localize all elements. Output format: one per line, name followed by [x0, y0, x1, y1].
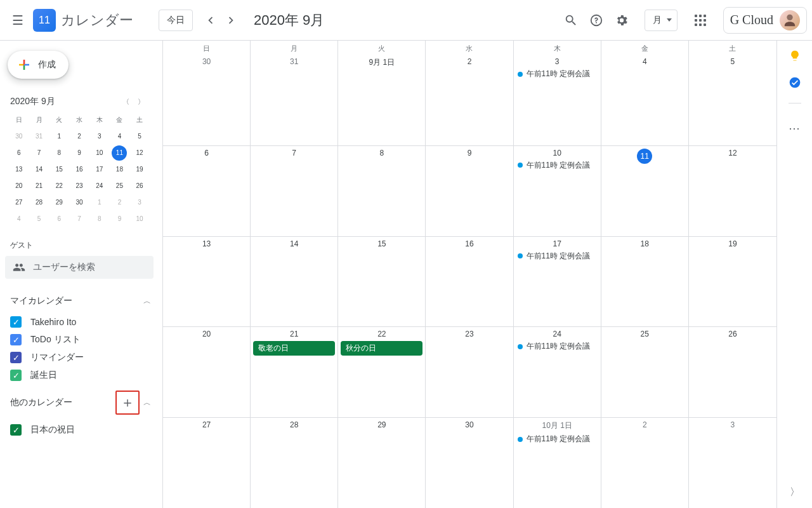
day-cell[interactable]: 10午前11時 定例会議 — [514, 146, 601, 236]
mini-day[interactable]: 30 — [72, 195, 87, 210]
mini-day[interactable]: 10 — [132, 211, 147, 227]
more-addons-button[interactable]: ⋯ — [789, 121, 801, 135]
day-cell[interactable]: 22秋分の日 — [338, 327, 426, 417]
google-apps-button[interactable] — [688, 8, 713, 33]
mini-day[interactable]: 6 — [11, 145, 27, 161]
calendar-checkbox[interactable]: ✓ — [10, 424, 22, 436]
day-cell[interactable]: 3 — [689, 418, 776, 508]
day-cell[interactable]: 11 — [601, 146, 689, 236]
day-cell[interactable]: 9 — [426, 146, 513, 236]
mini-day[interactable]: 3 — [92, 129, 107, 144]
holiday-event[interactable]: 秋分の日 — [341, 341, 422, 356]
mini-day[interactable]: 5 — [132, 129, 147, 144]
mini-day[interactable]: 30 — [11, 129, 27, 144]
mini-day[interactable]: 20 — [11, 178, 27, 194]
calendar-item[interactable]: ✓リマインダー — [5, 349, 154, 366]
day-cell[interactable]: 29 — [338, 418, 426, 508]
day-cell[interactable]: 8 — [338, 146, 426, 236]
day-cell[interactable]: 20 — [163, 327, 251, 417]
mini-day[interactable]: 21 — [32, 178, 47, 194]
day-cell[interactable]: 31 — [251, 55, 338, 145]
mini-day[interactable]: 13 — [11, 162, 27, 177]
mini-day[interactable]: 9 — [112, 211, 127, 227]
day-cell[interactable]: 18 — [601, 237, 689, 327]
my-calendars-header[interactable]: マイカレンダー ︿ — [5, 289, 154, 313]
mini-day[interactable]: 4 — [112, 129, 127, 144]
mini-prev-button[interactable]: 〈 — [118, 94, 133, 109]
day-cell[interactable]: 17午前11時 定例会議 — [514, 237, 601, 327]
mini-day[interactable]: 14 — [32, 162, 47, 177]
mini-day[interactable]: 7 — [72, 211, 87, 227]
mini-day[interactable]: 27 — [11, 195, 27, 210]
mini-day[interactable]: 25 — [112, 178, 127, 194]
mini-day[interactable]: 16 — [72, 162, 87, 177]
mini-day[interactable]: 1 — [92, 195, 107, 210]
add-calendar-button[interactable]: ＋ — [115, 391, 140, 415]
mini-day[interactable]: 6 — [51, 211, 67, 227]
mini-day[interactable]: 15 — [51, 162, 67, 177]
day-cell[interactable]: 3午前11時 定例会議 — [514, 55, 601, 145]
day-cell[interactable]: 10月 1日午前11時 定例会議 — [514, 418, 601, 508]
day-cell[interactable]: 27 — [163, 418, 251, 508]
day-cell[interactable]: 13 — [163, 237, 251, 327]
mini-day[interactable]: 28 — [32, 195, 47, 210]
day-cell[interactable]: 16 — [426, 237, 513, 327]
prev-period-button[interactable] — [200, 10, 221, 30]
mini-day[interactable]: 24 — [92, 178, 107, 194]
day-cell[interactable]: 4 — [601, 55, 689, 145]
day-cell[interactable]: 5 — [689, 55, 776, 145]
mini-day[interactable]: 31 — [32, 129, 47, 144]
main-menu-button[interactable] — [5, 8, 30, 33]
calendar-item[interactable]: ✓日本の祝日 — [5, 421, 154, 439]
mini-day[interactable]: 9 — [72, 145, 87, 161]
settings-button[interactable] — [609, 8, 634, 33]
day-cell[interactable]: 28 — [251, 418, 338, 508]
day-cell[interactable]: 15 — [338, 237, 426, 327]
day-cell[interactable]: 7 — [251, 146, 338, 236]
mini-day[interactable]: 2 — [112, 195, 127, 210]
day-cell[interactable]: 30 — [426, 418, 513, 508]
day-cell[interactable]: 14 — [251, 237, 338, 327]
mini-day[interactable]: 8 — [51, 145, 67, 161]
calendar-item[interactable]: ✓ToDo リスト — [5, 331, 154, 349]
mini-day[interactable]: 3 — [132, 195, 147, 210]
mini-day[interactable]: 22 — [51, 178, 67, 194]
calendar-item[interactable]: ✓誕生日 — [5, 366, 154, 384]
day-cell[interactable]: 26 — [689, 327, 776, 417]
day-cell[interactable]: 25 — [601, 327, 689, 417]
calendar-checkbox[interactable]: ✓ — [10, 316, 22, 328]
mini-day[interactable]: 11 — [112, 145, 127, 161]
day-cell[interactable]: 9月 1日 — [338, 55, 426, 145]
other-calendars-header[interactable]: 他のカレンダー ＋ ︿ — [5, 384, 154, 421]
next-period-button[interactable] — [221, 10, 241, 30]
tasks-icon[interactable] — [789, 76, 801, 89]
mini-day[interactable]: 18 — [112, 162, 127, 177]
mini-day[interactable]: 19 — [132, 162, 147, 177]
mini-day[interactable]: 1 — [51, 129, 67, 144]
mini-next-button[interactable]: 〉 — [133, 94, 148, 109]
event-item[interactable]: 午前11時 定例会議 — [514, 67, 601, 81]
day-cell[interactable]: 30 — [163, 55, 251, 145]
create-button[interactable]: 作成 — [8, 51, 69, 79]
mini-day[interactable]: 23 — [72, 178, 87, 194]
event-item[interactable]: 午前11時 定例会議 — [514, 159, 601, 172]
day-cell[interactable]: 19 — [689, 237, 776, 327]
keep-icon[interactable] — [789, 50, 801, 62]
calendar-checkbox[interactable]: ✓ — [10, 334, 22, 345]
holiday-event[interactable]: 敬老の日 — [253, 341, 335, 356]
day-cell[interactable]: 6 — [163, 146, 251, 236]
show-side-panel-button[interactable]: 〉 — [790, 486, 800, 508]
calendar-item[interactable]: ✓Takehiro Ito — [5, 313, 154, 331]
mini-day[interactable]: 2 — [72, 129, 87, 144]
mini-day[interactable]: 29 — [51, 195, 67, 210]
day-cell[interactable]: 21敬老の日 — [251, 327, 338, 417]
day-cell[interactable]: 2 — [601, 418, 689, 508]
day-cell[interactable]: 12 — [689, 146, 776, 236]
mini-day[interactable]: 12 — [132, 145, 147, 161]
support-button[interactable] — [584, 8, 609, 33]
mini-day[interactable]: 10 — [92, 145, 107, 161]
event-item[interactable]: 午前11時 定例会議 — [514, 340, 601, 353]
today-button[interactable]: 今日 — [159, 10, 193, 31]
mini-day[interactable]: 8 — [92, 211, 107, 227]
calendar-checkbox[interactable]: ✓ — [10, 352, 22, 363]
